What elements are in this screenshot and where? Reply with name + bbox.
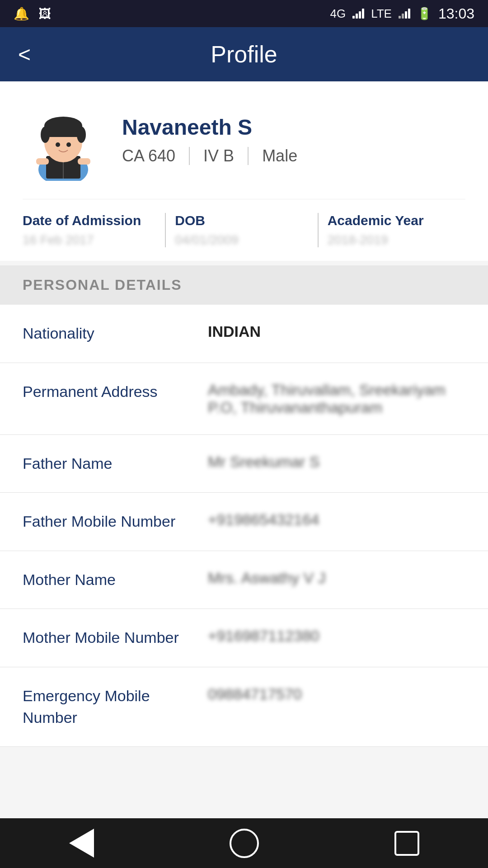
date-divider-1	[165, 213, 166, 247]
svg-rect-12	[36, 158, 49, 165]
home-circle-icon	[230, 829, 259, 858]
clock: 13:03	[438, 5, 474, 22]
svg-rect-13	[78, 158, 90, 165]
lte-signal-icon	[399, 9, 410, 19]
dob-label: DOB	[175, 213, 308, 228]
personal-details-header: PERSONAL DETAILS	[0, 265, 488, 305]
detail-label: Nationality	[23, 323, 194, 344]
profile-top: Navaneeth S CA 640 IV B Male	[23, 99, 465, 181]
meta-divider-1	[189, 147, 190, 165]
status-bar: 🔔 🖼 4G LTE 🔋 13:03	[0, 0, 488, 27]
detail-value: INDIAN	[208, 323, 465, 340]
svg-rect-7	[44, 126, 82, 137]
date-of-admission: Date of Admission 16 Feb 2017	[23, 213, 160, 247]
detail-value: +916987112380	[208, 627, 465, 645]
detail-label: Permanent Address	[23, 381, 194, 403]
battery-icon: 🔋	[417, 7, 432, 21]
svg-point-10	[56, 142, 60, 147]
dob-value: 04/01/2009	[175, 233, 308, 247]
student-name: Navaneeth S	[122, 115, 465, 140]
recents-nav-button[interactable]	[389, 825, 425, 861]
signal-icon	[352, 9, 364, 19]
page-title: Profile	[211, 41, 277, 68]
dob-item: DOB 04/01/2009	[170, 213, 313, 247]
back-nav-button[interactable]	[63, 825, 99, 861]
image-icon: 🖼	[38, 6, 51, 21]
date-divider-2	[318, 213, 319, 247]
back-button[interactable]: <	[18, 42, 31, 67]
detail-row: Mother Mobile Number+916987112380	[0, 609, 488, 667]
detail-row: Father Mobile Number+919865432164	[0, 493, 488, 551]
detail-row: Father NameMr Sreekumar S	[0, 435, 488, 493]
admission-value: 16 Feb 2017	[23, 233, 156, 247]
profile-card: Navaneeth S CA 640 IV B Male Date of Adm…	[0, 81, 488, 261]
roll-number: CA 640	[122, 146, 175, 165]
class: IV B	[203, 146, 234, 165]
meta-divider-2	[248, 147, 249, 165]
home-nav-button[interactable]	[226, 825, 262, 861]
profile-info: Navaneeth S CA 640 IV B Male	[122, 115, 465, 165]
detail-value: Ambady, Thiruvallam, Sreekariyam P.O, Th…	[208, 381, 465, 416]
detail-row: Mother NameMrs. Aswathy V J	[0, 551, 488, 609]
details-list: NationalityINDIANPermanent AddressAmbady…	[0, 305, 488, 747]
student-meta: CA 640 IV B Male	[122, 146, 465, 165]
detail-value: Mrs. Aswathy V J	[208, 569, 465, 587]
detail-label: Mother Mobile Number	[23, 627, 194, 649]
detail-value: +919865432164	[208, 511, 465, 528]
detail-value: Mr Sreekumar S	[208, 453, 465, 471]
back-triangle-icon	[69, 829, 94, 858]
academic-year-item: Academic Year 2018-2019	[323, 213, 465, 247]
network-label: 4G	[330, 7, 346, 21]
gender: Male	[262, 146, 297, 165]
detail-row: Permanent AddressAmbady, Thiruvallam, Sr…	[0, 363, 488, 435]
academic-year-value: 2018-2019	[328, 233, 461, 247]
detail-label: Father Mobile Number	[23, 511, 194, 533]
svg-point-11	[66, 142, 71, 147]
admission-label: Date of Admission	[23, 213, 156, 228]
bottom-nav	[0, 818, 488, 868]
lte-label: LTE	[371, 7, 392, 21]
detail-value: 09884717570	[208, 685, 465, 703]
detail-label: Father Name	[23, 453, 194, 475]
status-bar-right: 4G LTE 🔋 13:03	[330, 5, 474, 22]
svg-point-8	[41, 127, 50, 143]
detail-row: NationalityINDIAN	[0, 305, 488, 363]
svg-point-9	[77, 127, 86, 143]
detail-label: Emergency Mobile Number	[23, 685, 194, 728]
avatar	[23, 99, 104, 181]
status-bar-left: 🔔 🖼	[14, 6, 51, 21]
academic-year-label: Academic Year	[328, 213, 461, 228]
profile-dates: Date of Admission 16 Feb 2017 DOB 04/01/…	[23, 199, 465, 247]
notification-icon: 🔔	[14, 6, 29, 21]
detail-label: Mother Name	[23, 569, 194, 591]
recents-square-icon	[394, 831, 419, 856]
header: < Profile	[0, 27, 488, 81]
detail-row: Emergency Mobile Number09884717570	[0, 667, 488, 747]
